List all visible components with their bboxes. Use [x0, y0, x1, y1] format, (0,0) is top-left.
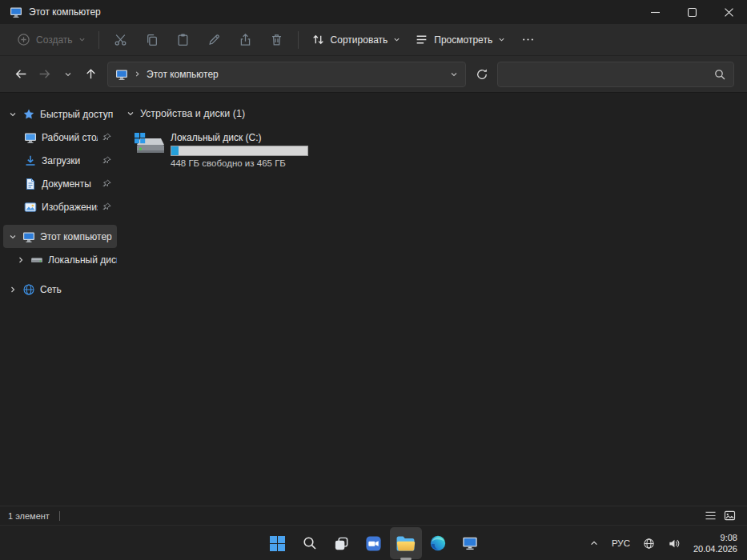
- edge-button[interactable]: [422, 527, 454, 559]
- chevron-down-icon[interactable]: [450, 70, 458, 78]
- sidebar-item-desktop[interactable]: Рабочий стол: [3, 126, 117, 149]
- chevron-down-icon[interactable]: [7, 110, 18, 118]
- toolbar-separator: [98, 31, 99, 49]
- tray-overflow-button[interactable]: [584, 529, 604, 558]
- chevron-down-icon[interactable]: [127, 110, 135, 118]
- address-bar[interactable]: Этот компьютер: [107, 62, 466, 87]
- volume-button[interactable]: [662, 529, 685, 558]
- taskbar-search-button[interactable]: [294, 527, 326, 559]
- view-icon: [415, 33, 428, 46]
- sidebar-item-label: Изображения: [42, 202, 98, 213]
- titlebar: Этот компьютер: [0, 0, 747, 24]
- pictures-icon: [24, 201, 37, 214]
- chevron-right-icon: [134, 70, 141, 78]
- this-pc-icon: [22, 230, 35, 243]
- drive-icon: [30, 254, 43, 266]
- sidebar-item-label: Рабочий стол: [42, 132, 98, 143]
- network-button[interactable]: [637, 529, 661, 558]
- sort-label: Сортировать: [331, 34, 388, 46]
- chat-button[interactable]: [358, 527, 390, 559]
- refresh-button[interactable]: [470, 62, 493, 86]
- window-title: Этот компьютер: [29, 6, 101, 18]
- search-input[interactable]: [506, 69, 708, 80]
- star-icon: [22, 108, 35, 121]
- sidebar-item-documents[interactable]: Документы: [3, 172, 117, 195]
- chevron-down-icon[interactable]: [7, 233, 18, 241]
- task-view-button[interactable]: [326, 527, 358, 559]
- chevron-down-icon: [78, 36, 86, 43]
- search-box[interactable]: [497, 62, 734, 87]
- view-button[interactable]: Просмотреть: [408, 27, 512, 53]
- pin-icon: [102, 179, 111, 188]
- share-button[interactable]: [230, 27, 261, 53]
- delete-button[interactable]: [261, 27, 292, 53]
- copy-icon: [145, 33, 159, 46]
- rename-icon: [207, 33, 221, 46]
- this-pc-icon: [10, 6, 22, 18]
- details-view-icon: [705, 510, 717, 521]
- sidebar-item-label: Быстрый доступ: [40, 109, 113, 120]
- chevron-up-icon: [589, 538, 599, 548]
- status-bar: 1 элемент: [0, 506, 747, 525]
- minimize-button[interactable]: [637, 0, 673, 24]
- sidebar-item-label: Сеть: [40, 284, 62, 295]
- chevron-right-icon[interactable]: [15, 256, 26, 264]
- globe-icon: [22, 283, 35, 296]
- start-button[interactable]: [262, 527, 294, 559]
- navigation-bar: Этот компьютер: [0, 56, 747, 93]
- search-icon: [714, 69, 725, 80]
- recent-locations-button[interactable]: [56, 62, 79, 86]
- sidebar: Быстрый доступ Рабочий стол Загрузки Док…: [0, 93, 120, 506]
- paste-button[interactable]: [167, 27, 199, 53]
- details-view-button[interactable]: [701, 508, 720, 524]
- sidebar-item-local-disk[interactable]: Локальный диск (C:): [3, 248, 117, 271]
- file-list-pane: Устройства и диски (1) Локальный диск (C…: [120, 93, 747, 506]
- taskbar: РУС 9:08 20.04.2026: [0, 525, 747, 560]
- more-button[interactable]: [512, 27, 544, 53]
- create-button[interactable]: Создать: [10, 27, 93, 53]
- capacity-fill: [171, 146, 179, 155]
- sidebar-item-downloads[interactable]: Загрузки: [3, 149, 117, 172]
- task-view-icon: [333, 535, 350, 552]
- back-button[interactable]: [10, 62, 33, 86]
- drive-free-text: 448 ГБ свободно из 465 ГБ: [171, 158, 308, 168]
- file-explorer-button[interactable]: [390, 527, 422, 559]
- document-icon: [24, 178, 37, 190]
- windows-logo-icon: [269, 535, 286, 552]
- thumbnail-view-button[interactable]: [720, 508, 739, 524]
- explorer-window: Этот компьютер Создать: [0, 0, 747, 525]
- maximize-button[interactable]: [673, 0, 710, 24]
- chevron-down-icon: [393, 36, 400, 43]
- chevron-right-icon[interactable]: [7, 286, 18, 294]
- sidebar-item-pictures[interactable]: Изображения: [3, 195, 117, 218]
- search-icon: [302, 535, 318, 551]
- thumbnail-view-icon: [724, 510, 736, 521]
- rename-button[interactable]: [199, 27, 230, 53]
- address-text: Этот компьютер: [147, 69, 444, 80]
- cut-button[interactable]: [105, 27, 136, 53]
- desktop-icon: [24, 131, 37, 144]
- sidebar-item-quick-access[interactable]: Быстрый доступ: [3, 102, 117, 126]
- sort-button[interactable]: Сортировать: [304, 27, 408, 53]
- share-icon: [239, 33, 252, 46]
- monitor-app-button[interactable]: [454, 527, 486, 559]
- plus-circle-icon: [17, 33, 30, 46]
- clock-date: 20.04.2026: [693, 543, 737, 554]
- drive-item-c[interactable]: Локальный диск (C:) 448 ГБ свободно из 4…: [131, 130, 323, 170]
- sidebar-item-network[interactable]: Сеть: [3, 278, 117, 301]
- ellipsis-icon: [521, 33, 535, 46]
- forward-button[interactable]: [33, 62, 56, 86]
- folder-icon: [396, 535, 416, 552]
- section-header-label: Устройства и диски (1): [140, 108, 245, 119]
- close-button[interactable]: [710, 0, 747, 24]
- up-button[interactable]: [79, 62, 102, 86]
- language-indicator[interactable]: РУС: [606, 529, 636, 558]
- statusbar-separator: [59, 511, 60, 521]
- sidebar-item-label: Этот компьютер: [40, 231, 112, 242]
- copy-button[interactable]: [136, 27, 167, 53]
- item-count: 1 элемент: [8, 511, 50, 521]
- pin-icon: [102, 202, 111, 211]
- command-bar: Создать Сортировать Просмотр: [0, 24, 747, 56]
- taskbar-clock[interactable]: 9:08 20.04.2026: [687, 532, 744, 554]
- sidebar-item-this-pc[interactable]: Этот компьютер: [3, 225, 117, 248]
